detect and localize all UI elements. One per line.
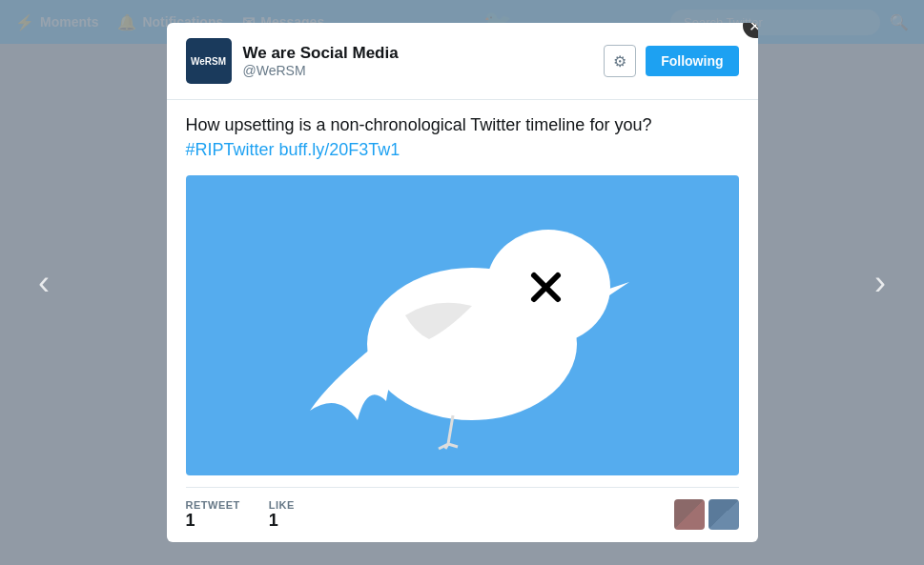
like-label: LIKE xyxy=(269,499,295,511)
stats-bar: RETWEET 1 LIKE 1 xyxy=(186,487,739,542)
tweet-text: How upsetting is a non-chronological Twi… xyxy=(186,113,739,161)
avatar-text: WeRSM xyxy=(191,56,226,67)
like-value: 1 xyxy=(269,511,295,531)
stat-avatars xyxy=(674,499,739,530)
following-label: Following xyxy=(661,53,723,69)
right-arrow-icon: › xyxy=(874,263,886,302)
liker-avatar-2 xyxy=(708,499,739,530)
tweet-link[interactable]: buff.ly/20F3Tw1 xyxy=(279,140,400,159)
like-stat: LIKE 1 xyxy=(269,499,295,531)
retweet-stat: RETWEET 1 xyxy=(186,499,240,531)
modal-overlay: ‹ ✕ WeRSM We are Social Media @WeRSM ⚙ F… xyxy=(0,0,924,565)
retweet-label: RETWEET xyxy=(186,499,240,511)
user-handle: @WeRSM xyxy=(243,63,593,78)
settings-button[interactable]: ⚙ xyxy=(604,45,636,77)
tweet-main-text: How upsetting is a non-chronological Twi… xyxy=(186,115,652,134)
next-arrow[interactable]: › xyxy=(865,253,895,313)
dead-bird-illustration xyxy=(281,192,644,458)
tweet-modal: ✕ WeRSM We are Social Media @WeRSM ⚙ Fol… xyxy=(167,23,758,541)
modal-body: How upsetting is a non-chronological Twi… xyxy=(167,100,758,541)
retweet-value: 1 xyxy=(186,511,240,531)
avatar: WeRSM xyxy=(186,38,232,84)
left-arrow-icon: ‹ xyxy=(38,263,50,302)
close-icon: ✕ xyxy=(749,23,758,35)
liker-avatar-1 xyxy=(674,499,705,530)
header-actions: ⚙ Following xyxy=(604,45,738,77)
user-name: We are Social Media xyxy=(243,44,593,63)
tweet-image xyxy=(186,175,739,475)
gear-icon: ⚙ xyxy=(613,52,626,71)
user-info: We are Social Media @WeRSM xyxy=(243,44,593,78)
tweet-hashtag[interactable]: #RIPTwitter xyxy=(186,140,275,159)
modal-header: WeRSM We are Social Media @WeRSM ⚙ Follo… xyxy=(167,23,758,100)
prev-arrow[interactable]: ‹ xyxy=(29,253,59,313)
following-button[interactable]: Following xyxy=(646,46,738,76)
